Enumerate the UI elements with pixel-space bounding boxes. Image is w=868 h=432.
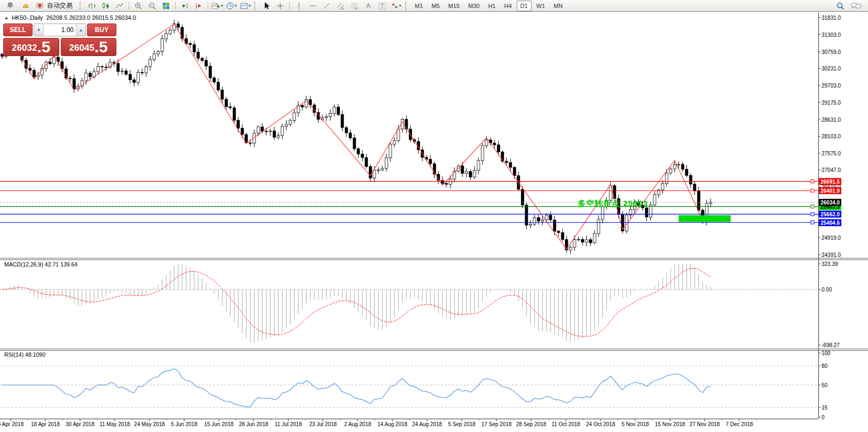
timeframe-button-m30[interactable]: M30 xyxy=(464,1,483,11)
timeframe-button-m15[interactable]: M15 xyxy=(445,1,463,11)
mt4-window: 单 自动交易 xyxy=(0,0,868,432)
zoom-in-button[interactable] xyxy=(132,0,145,12)
arrows-icon xyxy=(391,2,399,10)
tile-windows-icon xyxy=(162,2,170,10)
trendline-icon xyxy=(322,2,331,10)
hline-handle[interactable] xyxy=(811,180,814,183)
vertical-line-icon xyxy=(295,2,303,10)
horizontal-line-icon xyxy=(309,2,317,10)
horizontal-line-button[interactable] xyxy=(306,0,319,12)
search-button[interactable] xyxy=(834,0,847,12)
hline-handle[interactable] xyxy=(811,205,814,208)
candlestick-chart-icon xyxy=(101,2,110,10)
buy-price-display[interactable]: 26045.5 xyxy=(61,38,117,56)
svg-text:F: F xyxy=(356,7,358,10)
toolbar-drag-handle[interactable] xyxy=(254,2,257,10)
candlestick-chart-button[interactable] xyxy=(99,0,112,12)
bar-chart-button[interactable] xyxy=(85,0,98,12)
buy-price-int: 26045 xyxy=(69,41,94,55)
autotrading-button[interactable]: 自动交易 xyxy=(33,0,77,12)
collapse-panel-icon[interactable]: ▲ xyxy=(4,15,9,20)
sell-price-display[interactable]: 26032.5 xyxy=(3,38,59,56)
volume-value[interactable]: 1.00 xyxy=(44,24,76,36)
svg-text:A: A xyxy=(366,2,370,10)
text-button[interactable]: A xyxy=(362,0,375,12)
timeframe-button-d1[interactable]: D1 xyxy=(517,1,532,11)
cursor-button[interactable] xyxy=(260,0,273,12)
template-icon xyxy=(240,2,248,10)
hline-handle[interactable] xyxy=(811,213,814,216)
line-chart-icon xyxy=(115,2,124,10)
svg-text:E: E xyxy=(342,7,344,10)
gold-order-icon[interactable] xyxy=(19,0,32,12)
volume-increase-button[interactable]: ▲ xyxy=(76,24,85,36)
hline-handle[interactable] xyxy=(811,189,814,192)
chat-icon xyxy=(851,2,862,10)
autotrading-icon xyxy=(36,2,44,10)
crosshair-button[interactable] xyxy=(274,0,287,12)
one-click-trade-panel: SELL ▼ 1.00 ▲ BUY 26032.5 26045.5 xyxy=(3,23,116,56)
chevron-down-icon: ▾ xyxy=(399,3,401,8)
crosshair-icon xyxy=(276,2,285,10)
volume-decrease-button[interactable]: ▼ xyxy=(34,24,44,36)
search-icon xyxy=(836,2,845,10)
equidistant-channel-button[interactable]: E xyxy=(334,0,347,12)
hline-handle[interactable] xyxy=(811,221,814,224)
timeframe-button-m5[interactable]: M5 xyxy=(428,1,443,11)
chart-area[interactable]: 31831.031303.030759.030231.029703.029175… xyxy=(0,12,868,432)
timeframe-button-m1[interactable]: M1 xyxy=(411,1,427,11)
timeframe-button-h1[interactable]: H1 xyxy=(484,1,499,11)
auto-scroll-icon xyxy=(180,2,189,10)
auto-scroll-button[interactable] xyxy=(178,0,191,12)
tile-windows-button[interactable] xyxy=(160,0,172,12)
toolbar-separator xyxy=(129,2,129,10)
text-label-button[interactable]: T xyxy=(376,0,389,12)
text-label-icon: T xyxy=(378,2,386,10)
cursor-icon xyxy=(262,2,271,10)
toolbar-separator xyxy=(175,2,176,10)
periods-button[interactable]: ▾ xyxy=(225,0,238,12)
line-chart-button[interactable] xyxy=(113,0,126,12)
chevron-down-icon: ▾ xyxy=(249,3,251,8)
buy-button[interactable]: BUY xyxy=(87,23,116,36)
timeframe-button-mn[interactable]: MN xyxy=(550,1,566,11)
zoom-in-icon xyxy=(134,2,143,10)
chart-annotation-text[interactable]: 多空转折点 25903 xyxy=(578,199,648,209)
toolbar-drag-handle[interactable] xyxy=(405,2,408,10)
svg-text:T: T xyxy=(381,3,384,9)
new-order-button[interactable]: 单 xyxy=(2,0,18,12)
sell-price-int: 26032 xyxy=(12,41,37,55)
sell-button[interactable]: SELL xyxy=(3,23,33,36)
arrows-button[interactable]: ▾ xyxy=(390,0,403,12)
chart-title: ▲ HK50-,Daily 26208.5 26233.0 26015.5 26… xyxy=(4,14,136,21)
toolbar-separator xyxy=(289,2,290,10)
support-zone-rectangle[interactable] xyxy=(678,215,731,222)
autotrading-label: 自动交易 xyxy=(45,1,74,10)
sell-price-fraction: .5 xyxy=(37,39,50,55)
zoom-out-icon xyxy=(148,2,156,10)
toolbar-drag-handle[interactable] xyxy=(80,2,83,10)
buy-price-fraction: .5 xyxy=(94,39,108,55)
vertical-line-button[interactable] xyxy=(293,0,305,12)
fibonacci-button[interactable]: F xyxy=(348,0,361,12)
chat-button[interactable] xyxy=(850,0,863,12)
indicators-button[interactable]: ▾ xyxy=(211,0,224,12)
chart-shift-icon xyxy=(194,2,203,10)
timeframe-button-w1[interactable]: W1 xyxy=(533,1,549,11)
volume-stepper: ▼ 1.00 ▲ xyxy=(34,23,86,36)
chart-shift-button[interactable] xyxy=(192,0,205,12)
timeframe-button-h4[interactable]: H4 xyxy=(500,1,515,11)
chart-graphics xyxy=(0,12,868,432)
templates-button[interactable]: ▾ xyxy=(239,0,251,12)
chevron-down-icon: ▾ xyxy=(221,3,223,8)
clock-icon xyxy=(226,2,234,10)
toolbar: 单 自动交易 xyxy=(0,0,868,12)
chart-symbol-period: HK50-,Daily xyxy=(12,14,43,21)
equidistant-channel-icon: E xyxy=(336,2,345,10)
zoom-out-button[interactable] xyxy=(146,0,159,12)
chevron-down-icon: ▾ xyxy=(235,3,237,8)
chart-ohlc-values: 26208.5 26233.0 26015.5 26034.0 xyxy=(46,14,136,21)
timeframe-group: M1M5M15M30H1H4D1W1MN xyxy=(411,1,566,11)
macd-indicator-label: MACD(12,26,9) 42.71 139.64 xyxy=(4,261,77,268)
trendline-button[interactable] xyxy=(320,0,333,12)
